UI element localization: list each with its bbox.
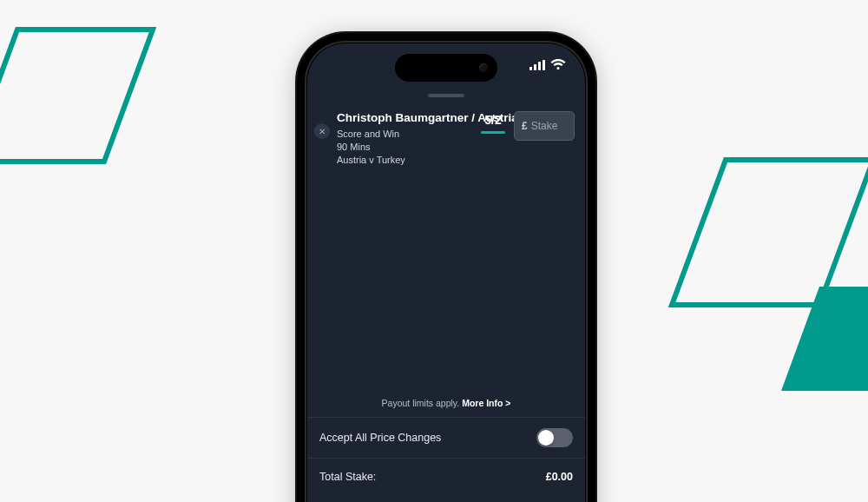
svg-rect-6: [538, 62, 541, 70]
svg-rect-5: [534, 64, 536, 70]
dynamic-island: [395, 54, 497, 82]
stage: ✕ Christoph Baumgartner / Austria Score …: [0, 0, 868, 502]
decor-parallelogram-filled-right: [781, 287, 868, 391]
svg-marker-2: [781, 287, 868, 391]
stake-input[interactable]: £ Stake: [514, 111, 575, 141]
selection-event: Austria v Turkey: [337, 154, 476, 167]
phone-mockup: ✕ Christoph Baumgartner / Austria Score …: [297, 33, 595, 502]
svg-rect-7: [542, 60, 545, 70]
close-icon: ✕: [319, 127, 326, 136]
accept-price-changes-toggle[interactable]: [536, 428, 573, 447]
stake-placeholder: Stake: [531, 120, 558, 132]
cellular-icon: [529, 60, 545, 70]
total-stake-row: Total Stake: £0.00: [307, 459, 585, 483]
status-icons: [529, 59, 566, 70]
payout-note-text: Payout limits apply.: [382, 398, 463, 408]
odds-display[interactable]: 5/2: [481, 113, 505, 134]
selection-info: Christoph Baumgartner / Austria Score an…: [337, 111, 476, 167]
camera-dot: [479, 63, 488, 72]
decor-parallelogram-outline-top-left: [0, 26, 156, 165]
selection-period: 90 Mins: [337, 141, 476, 154]
payout-limits-note: Payout limits apply. More Info >: [307, 398, 585, 408]
svg-rect-4: [529, 67, 532, 70]
remove-selection-button[interactable]: ✕: [314, 123, 330, 139]
total-stake-label: Total Stake:: [319, 471, 376, 483]
selection-market: Score and Win: [337, 128, 476, 141]
sheet-drag-handle[interactable]: [428, 94, 464, 97]
decor-parallelogram-outline-right: [668, 156, 868, 308]
phone-screen: ✕ Christoph Baumgartner / Austria Score …: [307, 43, 585, 502]
odds-value: 5/2: [481, 113, 505, 129]
payout-more-info-link[interactable]: More Info >: [462, 398, 510, 408]
accept-price-changes-label: Accept All Price Changes: [319, 432, 441, 444]
toggle-knob: [538, 430, 554, 446]
status-bar: [307, 43, 585, 94]
betslip-item: ✕ Christoph Baumgartner / Austria Score …: [307, 106, 585, 174]
svg-marker-0: [0, 30, 153, 162]
wifi-icon: [550, 59, 566, 70]
odds-underline: [481, 131, 505, 134]
total-stake-amount: £0.00: [546, 471, 573, 483]
currency-symbol: £: [522, 120, 528, 132]
selection-title: Christoph Baumgartner / Austria: [337, 111, 476, 124]
svg-marker-1: [672, 160, 868, 305]
accept-price-changes-row: Accept All Price Changes: [307, 417, 585, 459]
